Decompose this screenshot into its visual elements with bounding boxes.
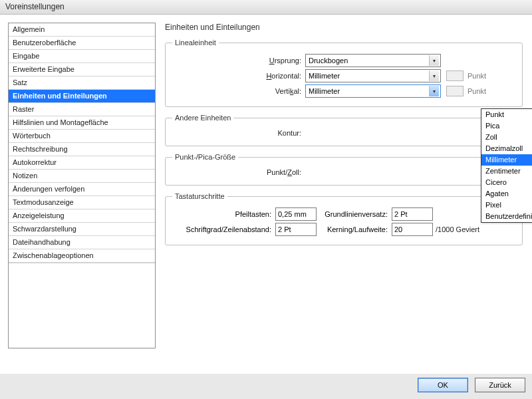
ok-button[interactable]: OK (418, 378, 468, 392)
dropdown-option[interactable]: Agaten (481, 188, 532, 200)
sidebar-item[interactable]: Hilfslinien und Montagefläche (9, 116, 155, 130)
window-title: Voreinstellungen (0, 0, 532, 15)
dropdown-option[interactable]: Zentimeter (481, 166, 532, 177)
sidebar-item[interactable]: Einheiten und Einteilungen (9, 90, 155, 103)
sidebar-item[interactable]: Schwarzdarstellung (9, 223, 155, 236)
sidebar-item[interactable]: Rechtschreibung (9, 143, 155, 156)
label-horizontal: Horizontal: (172, 72, 305, 80)
chevron-down-icon: ▾ (429, 86, 439, 96)
label-pfeiltasten: Pfeiltasten: (172, 210, 275, 218)
combo-ursprung[interactable]: Druckbogen▾ (305, 54, 441, 67)
chevron-down-icon: ▾ (429, 70, 439, 81)
sidebar-item[interactable]: Satz (9, 76, 155, 90)
legend-tastatur: Tastaturschritte (172, 192, 227, 200)
sidebar-item[interactable]: Erweiterte Eingabe (9, 63, 155, 76)
sidebar-item[interactable]: Dateihandhabung (9, 236, 155, 249)
dropdown-option[interactable]: Cicero (481, 177, 532, 188)
kerning-unit: /1000 Geviert (436, 225, 479, 233)
combo-vertikal-dropdown[interactable]: PunktPicaZollDezimalzollMillimeterZentim… (481, 108, 532, 223)
sidebar-item[interactable]: Änderungen verfolgen (9, 183, 155, 196)
combo-horizontal[interactable]: Millimeter▾ (305, 69, 441, 82)
input-schriftgrad[interactable] (275, 223, 317, 236)
group-punkt-pica: Punkt-/Pica-Größe Punkt/Zoll: (165, 153, 523, 186)
category-sidebar[interactable]: AllgemeinBenutzeroberflächeEingabeErweit… (8, 23, 156, 348)
input-grundlinie[interactable] (392, 207, 433, 221)
combo-vertikal[interactable]: Millimeter▾ (305, 84, 441, 98)
legend-andere: Andere Einheiten (172, 114, 233, 122)
punkt-v-label: Punkt (467, 87, 486, 95)
input-pfeiltasten[interactable] (275, 207, 317, 221)
group-linealeinheit: Linealeinheit Ursprung: Druckbogen▾ Hori… (165, 39, 523, 107)
dropdown-option[interactable]: Millimeter (481, 154, 532, 166)
dropdown-option[interactable]: Dezimalzoll (481, 143, 532, 154)
dropdown-option[interactable]: Benutzerdefiniert (481, 211, 532, 222)
label-grundlinie: Grundlinienversatz: (317, 210, 392, 218)
dropdown-option[interactable]: Pica (481, 120, 532, 132)
sidebar-item[interactable]: Zwischenablageoptionen (9, 249, 155, 263)
sidebar-item[interactable]: Textmodusanzeige (9, 196, 155, 209)
sidebar-item[interactable]: Eingabe (9, 50, 155, 63)
label-vertikal: Vertikal: (172, 87, 305, 95)
dropdown-option[interactable]: Punkt (481, 109, 532, 120)
group-tastaturschritte: Tastaturschritte Pfeiltasten: Grundlinie… (165, 192, 523, 245)
sidebar-item[interactable]: Autokorrektur (9, 156, 155, 170)
label-ursprung: Ursprung: (172, 57, 305, 65)
group-andere-einheiten: Andere Einheiten Kontur: (165, 114, 523, 146)
input-kerning[interactable] (392, 223, 433, 236)
cancel-button[interactable]: Zurück (475, 378, 525, 392)
main-panel: Einheiten und Einteilungen Linealeinheit… (160, 15, 532, 374)
custom-v-toggle[interactable] (446, 86, 464, 96)
chevron-down-icon: ▾ (429, 55, 439, 66)
sidebar-item[interactable]: Anzeigeleistung (9, 209, 155, 223)
sidebar-item[interactable]: Benutzeroberfläche (9, 37, 155, 50)
custom-h-toggle[interactable] (446, 70, 464, 81)
punkt-h-label: Punkt (467, 72, 486, 80)
page-title: Einheiten und Einteilungen (165, 23, 523, 32)
legend-linealeinheit: Linealeinheit (172, 39, 219, 47)
label-kerning: Kerning/Laufweite: (317, 225, 392, 233)
label-punktzoll: Punkt/Zoll: (172, 168, 305, 176)
sidebar-item[interactable]: Allgemein (9, 23, 155, 37)
dropdown-option[interactable]: Zoll (481, 132, 532, 143)
sidebar-item[interactable]: Notizen (9, 170, 155, 183)
dropdown-option[interactable]: Pixel (481, 200, 532, 211)
label-schriftgrad: Schriftgrad/Zeilenabstand: (172, 225, 275, 233)
label-kontur: Kontur: (172, 129, 305, 137)
sidebar-item[interactable]: Wörterbuch (9, 130, 155, 143)
sidebar-item[interactable]: Raster (9, 103, 155, 116)
legend-punktpica: Punkt-/Pica-Größe (172, 153, 238, 161)
